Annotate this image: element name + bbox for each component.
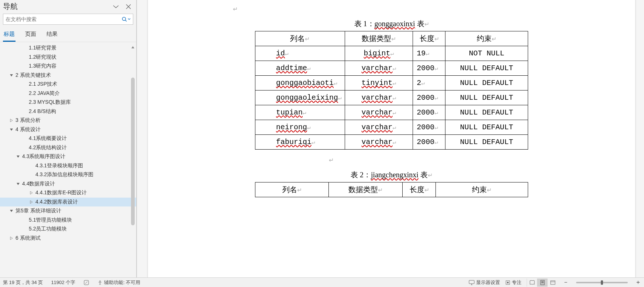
cell-name: id↵	[255, 46, 345, 61]
cell-len: 2↵	[413, 76, 445, 90]
view-web-layout[interactable]	[547, 279, 558, 287]
outline-item[interactable]: 1.3研究内容	[0, 62, 136, 71]
navigation-pane: 导航 标题 页面 结果 1.1研究背景1.2研究现状1.3研究内容2 系统关键技…	[0, 0, 137, 277]
table-row: neirong↵varchar↵2000↵NULL DEFAULT	[255, 120, 528, 135]
table1-caption: 表 1：gonggaoxinxi 表↵	[233, 19, 550, 29]
th-type: 数据类型↵	[329, 182, 403, 197]
outline-item[interactable]: 1.2研究现状	[0, 53, 136, 62]
outline-item[interactable]: 2.3 MYSQL数据库	[0, 98, 136, 107]
cell-cons: NULL DEFAULT	[445, 61, 528, 76]
outline-label: 4 系统设计	[16, 126, 41, 133]
outline-item[interactable]: 4.4.1数据库E-R图设计	[0, 188, 136, 198]
status-bar: 第 19 页，共 34 页 11902 个字 辅助功能: 不可用 显示器设置 专…	[0, 277, 644, 287]
cell-type: varchar↵	[345, 120, 413, 135]
table-row: id↵bigint↵19↵NOT NULL	[255, 46, 528, 61]
status-proofing-icon[interactable]	[83, 280, 89, 286]
svg-rect-21	[507, 282, 509, 283]
svg-rect-22	[541, 280, 544, 285]
twist-icon[interactable]	[9, 74, 14, 77]
outline-item[interactable]: 1.1研究背景	[0, 44, 136, 53]
table-row: gonggaobiaoti↵tinyint↵2↵NULL DEFAULT	[255, 76, 528, 90]
svg-marker-6	[10, 129, 13, 131]
outline-item[interactable]: 4 系统设计	[0, 125, 136, 134]
outline-item[interactable]: 2.2 JAVA简介	[0, 89, 136, 98]
outline-item[interactable]: 3 系统分析	[0, 116, 136, 125]
cell-type: varchar↵	[345, 135, 413, 150]
nav-options-dropdown[interactable]	[113, 4, 119, 9]
th-len: 长度↵	[403, 182, 436, 197]
outline-label: 4.3.2添加信息模块顺序图	[35, 171, 93, 178]
cell-cons: NULL DEFAULT	[445, 135, 528, 150]
zoom-slider-thumb[interactable]	[601, 280, 603, 285]
tab-results[interactable]: 结果	[46, 28, 58, 42]
zoom-in-button[interactable]: ＋	[635, 279, 641, 286]
nav-search-box[interactable]	[3, 14, 133, 25]
outline-item[interactable]: 5.2员工功能模块	[0, 225, 136, 234]
db-table-2: 列名↵ 数据类型↵ 长度↵ 约束↵	[255, 182, 528, 197]
outline-item[interactable]: 4.4.2数据库表设计	[0, 198, 136, 207]
paragraph-mark: ↵	[233, 4, 550, 14]
cell-type: tinyint↵	[345, 76, 413, 90]
zoom-slider[interactable]	[576, 282, 628, 283]
outline-item[interactable]: 5.1管理员功能模块	[0, 216, 136, 225]
outline-item[interactable]: 4.3系统顺序图设计	[0, 152, 136, 161]
th-cons: 约束↵	[436, 182, 528, 197]
view-print-layout[interactable]	[537, 279, 547, 287]
outline-item[interactable]: 2 系统关键技术	[0, 71, 136, 80]
zoom-out-button[interactable]: －	[563, 279, 569, 286]
status-focus-mode[interactable]: 专注	[505, 279, 521, 286]
outline-item[interactable]: 2.1 JSP技术	[0, 80, 136, 89]
outline-item[interactable]: 6 系统测试	[0, 234, 136, 243]
table2-caption: 表 2：jiangchengxinxi 表↵	[233, 170, 550, 180]
search-icon[interactable]	[122, 17, 131, 22]
outline-item[interactable]: 2.4 B/S结构	[0, 107, 136, 116]
tab-pages[interactable]: 页面	[24, 28, 37, 42]
twist-icon[interactable]	[9, 209, 14, 213]
twist-icon[interactable]	[29, 200, 34, 204]
outline-label: 第5章 系统详细设计	[16, 208, 61, 214]
paragraph-mark: ↵	[233, 155, 550, 165]
svg-marker-8	[17, 183, 20, 185]
document-viewport[interactable]: ↵ 表 1：gonggaoxinxi 表↵ 列名↵ 数据类型↵ 长度↵ 约束↵ …	[137, 0, 644, 277]
twist-icon[interactable]	[9, 128, 14, 131]
twist-icon[interactable]	[29, 191, 34, 195]
twist-icon[interactable]	[9, 236, 14, 240]
outline-item[interactable]: 4.2系统结构设计	[0, 143, 136, 153]
status-accessibility[interactable]: 辅助功能: 不可用	[97, 279, 140, 286]
outline-item[interactable]: 第5章 系统详细设计	[0, 206, 136, 216]
db-table-1: 列名↵ 数据类型↵ 长度↵ 约束↵ id↵bigint↵19↵NOT NULLa…	[255, 31, 528, 150]
view-read-mode[interactable]	[527, 279, 537, 287]
table-header-row: 列名↵ 数据类型↵ 长度↵ 约束↵	[255, 31, 528, 46]
twist-icon[interactable]	[9, 119, 14, 122]
svg-marker-10	[30, 201, 32, 204]
outline-item[interactable]: 4.3.2添加信息模块顺序图	[0, 170, 136, 180]
outline-label: 4.1系统概要设计	[29, 135, 67, 142]
cell-name: tupian↵	[255, 105, 345, 120]
nav-close-button[interactable]	[126, 4, 131, 9]
table-row: faburiqi↵varchar↵2000↵NULL DEFAULT	[255, 135, 528, 150]
twist-icon[interactable]	[16, 155, 21, 158]
cell-len: 2000↵	[413, 90, 445, 105]
outline-item[interactable]: 4.3.1登录模块顺序图	[0, 161, 136, 171]
status-word-count[interactable]: 11902 个字	[51, 279, 75, 286]
nav-pane-title: 导航	[3, 1, 18, 11]
outline-item[interactable]: 4.1系统概要设计	[0, 134, 136, 143]
cell-type: varchar↵	[345, 61, 413, 76]
nav-search-input[interactable]	[6, 16, 122, 22]
outline-item[interactable]: 4.4数据库设计	[0, 180, 136, 189]
tab-headings[interactable]: 标题	[3, 28, 16, 42]
scroll-thumb[interactable]	[131, 78, 135, 225]
outline-scrollbar[interactable]	[131, 44, 135, 277]
cell-len: 2000↵	[413, 105, 445, 120]
status-display-settings[interactable]: 显示器设置	[469, 279, 500, 286]
scroll-up-icon[interactable]	[131, 44, 135, 48]
cell-type: bigint↵	[345, 46, 413, 61]
outline-tree[interactable]: 1.1研究背景1.2研究现状1.3研究内容2 系统关键技术2.1 JSP技术2.…	[0, 42, 136, 277]
th-len: 长度↵	[413, 31, 445, 46]
status-page[interactable]: 第 19 页，共 34 页	[3, 279, 43, 286]
svg-point-16	[100, 280, 101, 281]
th-name: 列名↵	[255, 31, 345, 46]
twist-icon[interactable]	[16, 182, 21, 186]
cell-cons: NULL DEFAULT	[445, 120, 528, 135]
outline-label: 5.2员工功能模块	[29, 226, 67, 232]
